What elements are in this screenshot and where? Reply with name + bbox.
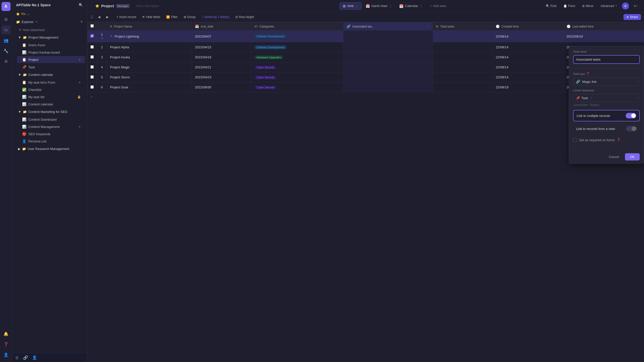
sidebar-item-task-form[interactable]: 📋 My task list's Form ➤ — [17, 79, 85, 86]
row-checkbox-cell[interactable] — [87, 62, 97, 72]
row-category[interactable]: Cyber Security — [251, 82, 344, 92]
header-project-name[interactable]: A Project Name — [107, 22, 192, 31]
insert-record-btn[interactable]: + Insert record — [114, 14, 139, 20]
row-project-name[interactable]: Project Alpha — [107, 42, 192, 52]
row-category[interactable]: Software Development — [251, 42, 344, 52]
select-all-checkbox[interactable] — [90, 24, 94, 28]
add-datasheet-btn[interactable]: + — [80, 19, 83, 25]
row-end-date[interactable]: 2022/04/23 — [192, 72, 251, 82]
row-project-name[interactable]: Project Magic — [107, 62, 192, 72]
row-total-tasks[interactable] — [433, 52, 493, 62]
sidebar-item-grids-form[interactable]: 📋 Grid's Form — [17, 42, 85, 49]
magic-link-row[interactable]: 🔗 Magic link › — [573, 77, 640, 86]
sidebar-item-task-list[interactable]: 📊 My task list 🔒 — [17, 93, 85, 100]
row-checkbox[interactable] — [90, 34, 94, 38]
folder-content-marketing[interactable]: ▼ 📁 Content Marketing for SEO — [14, 108, 85, 115]
share-btn[interactable]: ➤ Share — [623, 14, 641, 20]
mirror-btn[interactable]: ⊞ Mirror — [580, 3, 596, 9]
table-row[interactable]: 3 Project Asuka 2022/04/19 Hardware Upgr… — [87, 52, 644, 62]
row-end-date[interactable]: 2022/04/19 — [192, 52, 251, 62]
sidebar-item-project[interactable]: 📋 Project ➤ — [17, 56, 85, 63]
workspace-search[interactable]: 🔍 — [79, 3, 83, 7]
row-category[interactable]: Cyber Security — [251, 72, 344, 82]
row-checkbox[interactable] — [90, 45, 94, 49]
find-btn[interactable]: 🔍 Find — [543, 3, 559, 9]
folder-content-calendar[interactable]: ▼ 📁 Content calendar — [14, 71, 85, 78]
row-end-date[interactable]: 2022/04/07 — [192, 31, 251, 42]
link-multiple-toggle[interactable] — [626, 113, 636, 118]
hide-fields-btn[interactable]: 👁 Hide fields — [140, 14, 163, 20]
row-total-tasks[interactable] — [433, 62, 493, 72]
row-associated-tasks[interactable] — [344, 62, 433, 72]
row-associated-tasks[interactable] — [344, 31, 433, 42]
advanced-btn[interactable]: Advanced ▼ — [598, 3, 620, 9]
sidebar-item-content-dashboard[interactable]: 📊 Content Dashboard — [17, 116, 85, 123]
row-total-tasks[interactable] — [433, 72, 493, 82]
add-row-btn[interactable]: + — [87, 92, 644, 102]
row-checkbox-cell[interactable] — [87, 72, 97, 82]
sidebar-item-kanban[interactable]: 📊 Project Kanban board — [17, 49, 85, 56]
linked-task-row[interactable]: 📌 Task ↗ › — [573, 94, 640, 102]
row-checkbox-cell[interactable] — [87, 52, 97, 62]
table-row[interactable]: 2 Project Alpha 2022/04/15 Software Deve… — [87, 42, 644, 52]
header-edited-time[interactable]: 🕐 Last edited time — [563, 22, 644, 31]
header-checkbox[interactable] — [87, 22, 97, 31]
row-checkbox-cell[interactable] — [87, 82, 97, 92]
nav-icon-settings[interactable]: ⚙ — [2, 57, 11, 66]
header-categories[interactable]: 🏷 Categories — [251, 22, 344, 31]
sidebar-item-content-cal[interactable]: 📊 Content calendar — [17, 101, 85, 108]
filter-btn[interactable]: 🔽 Filter — [164, 14, 180, 20]
row-associated-tasks[interactable] — [344, 72, 433, 82]
row-total-tasks[interactable] — [433, 82, 493, 92]
tab-gantt[interactable]: 📅 Gantt chart ⋮ — [363, 3, 395, 10]
cancel-button[interactable]: Cancel — [605, 153, 623, 160]
calendar-tab-more[interactable]: ⋮ — [420, 4, 423, 8]
header-created-time[interactable]: 🕐 Created time — [493, 22, 563, 31]
tab-calendar[interactable]: 📆 Calendar ⋮ — [396, 3, 426, 10]
sidebar-item-seo[interactable]: 🔴 SEO Keywords — [17, 130, 85, 137]
table-row[interactable]: 5 Project Storm 2022/04/23 Cyber Securit… — [87, 72, 644, 82]
row-checkbox[interactable] — [90, 55, 94, 59]
ok-button[interactable]: OK — [625, 153, 640, 160]
sidebar-item-content-management[interactable]: 📊 Content Management ➤ — [17, 123, 85, 130]
explorer-toggle[interactable]: 📁 Explorer ▼ — [16, 20, 38, 24]
sort-btn[interactable]: ↕ Sorted by 1 field(s) — [199, 14, 232, 20]
nav-icon-user-avatar[interactable]: 👤 — [2, 350, 11, 359]
forward-btn[interactable]: ▶ — [104, 14, 111, 20]
row-end-date[interactable]: 2022/04/15 — [192, 42, 251, 52]
sidebar-item-checklist[interactable]: ✅ Checklist — [17, 86, 85, 93]
group-btn[interactable]: ⊞ Group — [181, 14, 198, 20]
header-associated-tasks[interactable]: 🔗 Associated tas... ⋮ — [344, 22, 433, 31]
row-project-name[interactable]: Project Goat — [107, 82, 192, 92]
sidebar-item-task[interactable]: 📌 Task — [14, 64, 85, 71]
row-height-btn[interactable]: ⊟ Row height — [233, 14, 256, 20]
assoc-tasks-col-more[interactable]: ⋮ — [427, 25, 430, 28]
set-required-checkbox[interactable] — [573, 138, 577, 142]
nav-icon-users[interactable]: 👥 — [2, 36, 11, 45]
nav-icon-table[interactable]: 🗂 — [2, 25, 11, 34]
row-project-name[interactable]: Project Storm — [107, 72, 192, 82]
row-checkbox-cell[interactable] — [87, 31, 97, 42]
row-checkbox[interactable] — [90, 85, 94, 89]
folder-project-management[interactable]: ▼ 📁 Project Management — [14, 34, 85, 41]
tab-grid[interactable]: ⊞ Grid ⋮ — [340, 2, 362, 10]
row-total-tasks[interactable] — [433, 42, 493, 52]
form-btn[interactable]: 📋 Form — [561, 3, 578, 9]
nav-icon-bell[interactable]: 🔔 — [2, 329, 11, 338]
row-checkbox-cell[interactable] — [87, 42, 97, 52]
add-member-icon[interactable]: 👤 — [32, 355, 37, 360]
grid-tab-more[interactable]: ⋮ — [355, 4, 358, 8]
table-row[interactable]: 1 ↗ ✎ Project Lightning 2022/04/07 Softw… — [87, 31, 644, 42]
user-avatar[interactable]: U — [622, 3, 629, 10]
field-name-input[interactable] — [573, 55, 640, 64]
undo-icon[interactable]: ↩ — [631, 2, 640, 11]
nav-icon-help[interactable]: ❓ — [2, 340, 11, 349]
row-end-date[interactable]: 2022/09/30 — [192, 82, 251, 92]
back-btn[interactable]: ◀ — [95, 14, 103, 20]
header-end-date[interactable]: 📅 end_date — [192, 22, 251, 31]
row-associated-tasks[interactable] — [344, 82, 433, 92]
gantt-tab-more[interactable]: ⋮ — [389, 4, 392, 8]
row-category[interactable]: Hardware Upgrades — [251, 52, 344, 62]
link-from-view-toggle[interactable] — [626, 126, 637, 131]
row-expand-icon[interactable]: ↗ — [101, 37, 103, 40]
